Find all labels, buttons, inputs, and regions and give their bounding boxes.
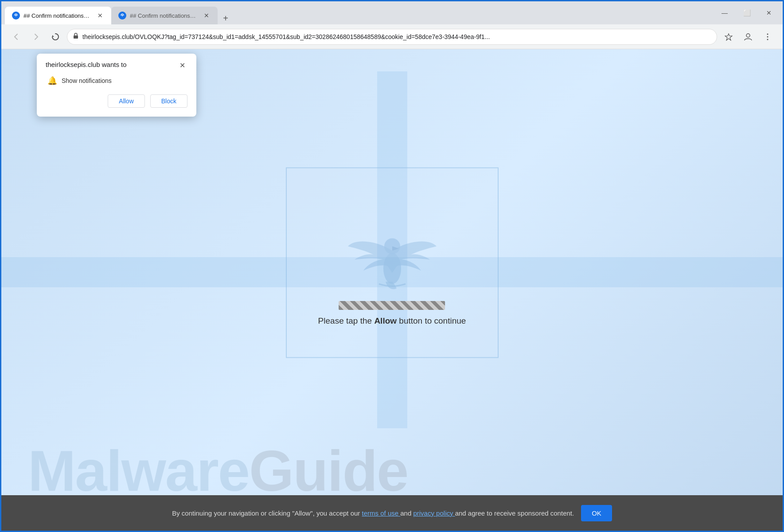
minimize-button[interactable]: — xyxy=(714,6,735,20)
inactive-tab-title: ## Confirm notifications ## xyxy=(130,12,197,19)
browser-window: ## Confirm notifications ## ✕ ## Confirm… xyxy=(0,0,784,532)
url-text: theirlocksepis.club/OVLOQKJ?tag_id=73712… xyxy=(82,33,711,40)
notification-label: Show notifications xyxy=(62,77,112,84)
window-controls: — ⬜ ✕ xyxy=(714,6,779,20)
svg-point-9 xyxy=(767,36,768,37)
popup-header: theirlocksepis.club wants to ✕ xyxy=(46,61,187,70)
bookmark-button[interactable] xyxy=(721,29,737,45)
svg-marker-6 xyxy=(725,34,732,40)
svg-point-8 xyxy=(767,33,768,35)
consent-text: By continuing your navigation or clickin… xyxy=(172,509,574,517)
tab-favicon-inactive xyxy=(118,12,126,20)
svg-point-11 xyxy=(383,253,401,284)
svg-marker-4 xyxy=(52,35,54,37)
popup-actions: Allow Block xyxy=(46,94,187,108)
svg-point-7 xyxy=(746,34,750,37)
popup-close-button[interactable]: ✕ xyxy=(177,60,187,70)
svg-point-10 xyxy=(767,39,768,40)
block-button[interactable]: Block xyxy=(150,94,187,108)
popup-notification-row: 🔔 Show notifications xyxy=(46,76,187,86)
tab-active[interactable]: ## Confirm notifications ## ✕ xyxy=(5,7,111,24)
page-content: Please tap the Allow button to continue … xyxy=(1,49,783,531)
back-button[interactable] xyxy=(8,29,24,45)
maximize-button[interactable]: ⬜ xyxy=(737,6,757,20)
address-bar[interactable]: theirlocksepis.club/OVLOQKJ?tag_id=73712… xyxy=(67,29,717,45)
account-button[interactable] xyxy=(740,29,756,45)
tab-close-inactive[interactable]: ✕ xyxy=(203,12,211,20)
tab-favicon-active xyxy=(12,12,20,20)
tab-close-active[interactable]: ✕ xyxy=(96,12,104,20)
tab-inactive[interactable]: ## Confirm notifications ## ✕ xyxy=(111,7,218,24)
svg-point-3 xyxy=(122,15,123,16)
page-background: Please tap the Allow button to continue … xyxy=(1,49,783,531)
lock-icon xyxy=(73,33,79,40)
popup-title: theirlocksepis.club wants to xyxy=(46,61,127,68)
svg-point-1 xyxy=(16,15,17,16)
close-button[interactable]: ✕ xyxy=(759,6,779,20)
svg-rect-5 xyxy=(74,35,78,39)
navigation-bar: theirlocksepis.club/OVLOQKJ?tag_id=73712… xyxy=(1,24,783,49)
browser-menu-button[interactable] xyxy=(760,29,776,45)
allow-button[interactable]: Allow xyxy=(108,94,144,108)
reload-button[interactable] xyxy=(47,29,63,45)
new-tab-button[interactable]: + xyxy=(219,12,232,24)
bell-icon: 🔔 xyxy=(47,76,57,86)
consent-bar: By continuing your navigation or clickin… xyxy=(1,495,783,531)
progress-bar xyxy=(339,301,445,310)
terms-of-use-link[interactable]: terms of use xyxy=(362,509,401,517)
active-tab-title: ## Confirm notifications ## xyxy=(23,12,91,19)
privacy-policy-link[interactable]: privacy policy xyxy=(413,509,455,517)
consent-ok-button[interactable]: OK xyxy=(581,505,612,521)
notification-popup: theirlocksepis.club wants to ✕ 🔔 Show no… xyxy=(37,54,196,117)
title-bar: ## Confirm notifications ## ✕ ## Confirm… xyxy=(1,1,783,24)
forward-button[interactable] xyxy=(28,29,44,45)
progress-message: Please tap the Allow button to continue xyxy=(318,316,466,326)
tabs-container: ## Confirm notifications ## ✕ ## Confirm… xyxy=(5,1,711,24)
